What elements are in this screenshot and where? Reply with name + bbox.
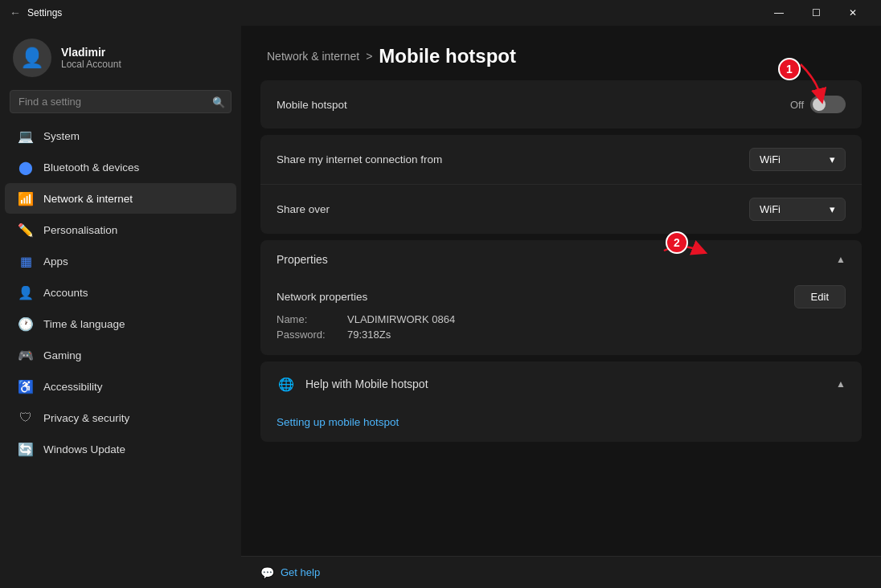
maximize-button[interactable]: ☐ [797, 0, 834, 26]
search-container: 🔍 [10, 90, 232, 113]
breadcrumb-current: Mobile hotspot [379, 45, 516, 67]
user-profile[interactable]: 👤 Vladimir Local Account [0, 26, 241, 87]
share-over-dropdown[interactable]: WiFi ▾ [749, 198, 846, 221]
help-title: Help with Mobile hotspot [305, 378, 428, 390]
share-over-row: Share over WiFi ▾ [260, 184, 862, 234]
sidebar-item-label: Accessibility [43, 381, 103, 393]
titlebar-left: ← Settings [10, 6, 62, 19]
sidebar-item-accessibility[interactable]: ♿ Accessibility [5, 371, 236, 402]
help-header-left: 🌐 Help with Mobile hotspot [277, 374, 428, 394]
name-row: Name: VLADIMIRWORK 0864 [277, 312, 846, 327]
app-layout: 👤 Vladimir Local Account 🔍 💻 System ⬤ Bl… [0, 26, 881, 588]
apps-icon: ▦ [18, 253, 34, 269]
hotspot-toggle-label: Mobile hotspot [277, 99, 347, 111]
help-globe-icon: 🌐 [277, 374, 296, 394]
close-button[interactable]: ✕ [834, 0, 871, 26]
sidebar: 👤 Vladimir Local Account 🔍 💻 System ⬤ Bl… [0, 26, 241, 588]
share-from-row: Share my internet connection from WiFi ▾ [260, 135, 862, 184]
help-chevron: ▲ [836, 378, 846, 390]
titlebar: ← Settings — ☐ ✕ [0, 0, 881, 26]
share-over-label: Share over [277, 203, 330, 215]
sidebar-item-label: Gaming [43, 349, 81, 361]
help-link-container: Setting up mobile hotspot [260, 406, 862, 442]
sidebar-item-network[interactable]: 📶 Network & internet [5, 183, 236, 214]
edit-button[interactable]: Edit [794, 285, 846, 308]
network-icon: 📶 [18, 190, 34, 206]
share-from-label: Share my internet connection from [277, 153, 442, 165]
privacy-icon: 🛡 [18, 410, 34, 426]
properties-title: Properties [277, 253, 328, 266]
sidebar-item-windows-update[interactable]: 🔄 Windows Update [5, 434, 236, 464]
sidebar-item-label: Bluetooth & devices [43, 161, 139, 174]
password-row: Password: 79:318Zs [277, 327, 846, 342]
password-label: Password: [277, 329, 341, 341]
sidebar-item-label: Network & internet [43, 193, 133, 205]
sidebar-item-label: Apps [43, 255, 68, 267]
breadcrumb-chevron: > [366, 50, 372, 63]
help-link[interactable]: Setting up mobile hotspot [277, 416, 399, 428]
search-input[interactable] [10, 90, 232, 113]
sidebar-item-gaming[interactable]: 🎮 Gaming [5, 340, 236, 370]
back-icon[interactable]: ← [10, 6, 21, 19]
share-from-dropdown[interactable]: WiFi ▾ [749, 148, 846, 171]
help-header[interactable]: 🌐 Help with Mobile hotspot ▲ [260, 361, 862, 406]
name-value: VLADIMIRWORK 0864 [347, 313, 455, 325]
content-area: Network & internet > Mobile hotspot Mobi… [241, 26, 881, 588]
sidebar-item-bluetooth[interactable]: ⬤ Bluetooth & devices [5, 152, 236, 182]
sidebar-item-label: Privacy & security [43, 412, 129, 424]
personalisation-icon: ✏️ [18, 222, 34, 238]
sidebar-item-apps[interactable]: ▦ Apps [5, 246, 236, 276]
share-over-value: WiFi [760, 203, 781, 215]
avatar: 👤 [13, 39, 51, 77]
sidebar-item-system[interactable]: 💻 System [5, 120, 236, 151]
network-props-label: Network properties [277, 291, 367, 303]
minimize-button[interactable]: — [760, 0, 797, 26]
gaming-icon: 🎮 [18, 347, 34, 363]
get-help-link[interactable]: Get help [281, 566, 320, 578]
sidebar-item-privacy[interactable]: 🛡 Privacy & security [5, 402, 236, 433]
accessibility-icon: ♿ [18, 378, 34, 394]
properties-content: Network properties Edit Name: VLADIMIRWO… [260, 279, 862, 355]
bottom-bar: 💬 Get help [241, 556, 881, 588]
chevron-down-icon-2: ▾ [830, 203, 835, 215]
help-card: 🌐 Help with Mobile hotspot ▲ Setting up … [260, 361, 862, 442]
breadcrumb-parent: Network & internet [267, 50, 359, 63]
network-props-row: Network properties Edit [277, 285, 846, 308]
annotation-2: 2 [666, 231, 688, 254]
share-connection-card: Share my internet connection from WiFi ▾… [260, 135, 862, 234]
user-avatar-icon: 👤 [20, 47, 44, 69]
properties-header[interactable]: Properties ▲ [260, 240, 862, 279]
sidebar-item-label: Personalisation [43, 224, 117, 236]
sidebar-nav: 💻 System ⬤ Bluetooth & devices 📶 Network… [0, 120, 241, 465]
share-from-value: WiFi [760, 153, 781, 165]
user-name: Vladimir [61, 46, 121, 59]
sidebar-item-time[interactable]: 🕐 Time & language [5, 308, 236, 339]
window-title: Settings [27, 7, 62, 18]
sidebar-item-personalisation[interactable]: ✏️ Personalisation [5, 214, 236, 245]
chevron-down-icon: ▾ [830, 153, 835, 165]
system-icon: 💻 [18, 128, 34, 144]
bluetooth-icon: ⬤ [18, 159, 34, 175]
sidebar-item-label: Time & language [43, 318, 125, 330]
properties-card: Properties ▲ Network properties Edit Nam… [260, 240, 862, 355]
windows-update-icon: 🔄 [18, 441, 34, 457]
user-info: Vladimir Local Account [61, 46, 121, 70]
search-icon: 🔍 [212, 96, 225, 108]
sidebar-item-label: Accounts [43, 287, 88, 299]
window-controls: — ☐ ✕ [760, 0, 871, 26]
password-value: 79:318Zs [347, 329, 391, 341]
sidebar-item-label: System [43, 130, 80, 142]
name-label: Name: [277, 313, 341, 325]
user-account-type: Local Account [61, 59, 121, 70]
time-icon: 🕐 [18, 316, 34, 332]
annotation-1: 1 [778, 58, 801, 80]
sidebar-item-label: Windows Update [43, 443, 125, 455]
properties-chevron: ▲ [836, 254, 846, 265]
accounts-icon: 👤 [18, 284, 34, 300]
get-help-icon: 💬 [260, 566, 274, 579]
sidebar-item-accounts[interactable]: 👤 Accounts [5, 277, 236, 308]
